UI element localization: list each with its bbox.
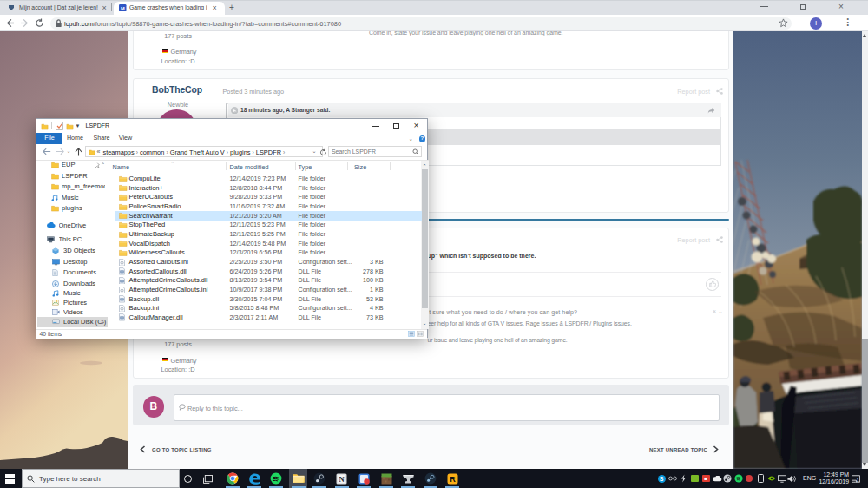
svg-text:N: N xyxy=(339,474,345,483)
svg-text:R: R xyxy=(450,474,456,483)
svg-text:1: 1 xyxy=(857,477,859,482)
svg-text:M: M xyxy=(121,5,125,10)
